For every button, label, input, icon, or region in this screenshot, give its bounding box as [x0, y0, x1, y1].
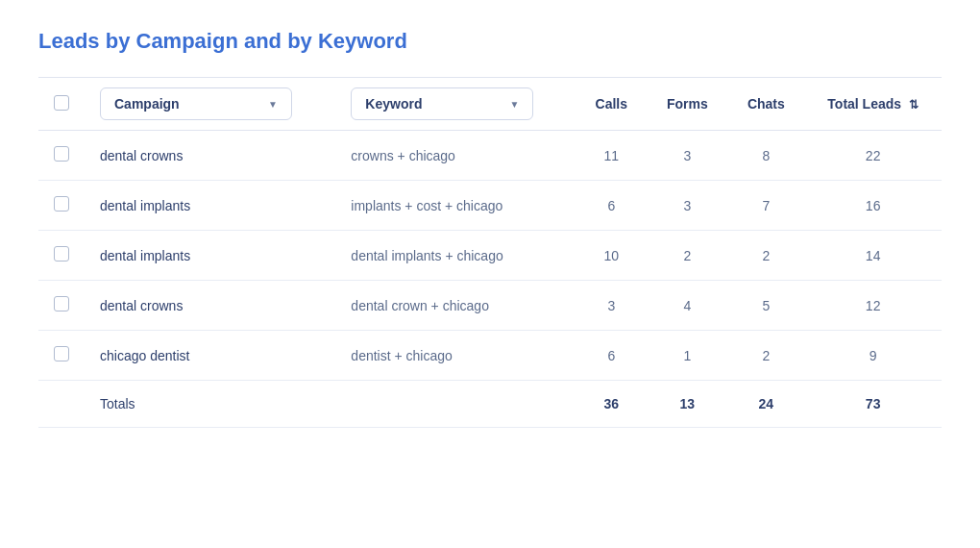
campaign-name: dental implants: [100, 198, 190, 213]
chats-cell: 7: [727, 181, 804, 231]
totals-label-cell: Totals: [85, 381, 335, 428]
campaign-cell: dental crowns: [85, 281, 335, 331]
row-checkbox-cell: [38, 231, 85, 281]
forms-cell: 1: [647, 331, 727, 381]
row-checkbox[interactable]: [54, 296, 69, 311]
select-all-checkbox[interactable]: [54, 95, 69, 111]
campaign-chevron-icon: ▼: [268, 99, 278, 110]
forms-column-header: Forms: [647, 78, 727, 131]
keyword-dropdown-button[interactable]: Keyword ▼: [351, 87, 533, 120]
calls-column-header: Calls: [576, 78, 647, 131]
table-row: chicago dentist dentist + chicago 6 1 2 …: [38, 331, 942, 381]
forms-cell: 2: [647, 231, 727, 281]
keyword-dropdown-label: Keyword: [365, 96, 422, 112]
keyword-name: dental implants + chicago: [351, 248, 502, 263]
total-leads-column-header[interactable]: Total Leads ⇅: [804, 78, 942, 131]
calls-cell: 6: [576, 331, 647, 381]
campaign-name: dental implants: [100, 248, 190, 263]
keyword-name: implants + cost + chicago: [351, 198, 502, 213]
row-checkbox-cell: [38, 181, 85, 231]
leads-table: Campaign ▼ Keyword ▼ Calls Forms Chats T…: [38, 78, 942, 428]
chats-cell: 2: [727, 331, 804, 381]
campaign-dropdown-button[interactable]: Campaign ▼: [100, 87, 292, 120]
row-checkbox-cell: [38, 331, 85, 381]
totals-keyword-cell: [335, 381, 576, 428]
keyword-cell: crowns + chicago: [335, 131, 576, 181]
page-title: Leads by Campaign and by Keyword: [38, 29, 942, 54]
leads-report-container: Leads by Campaign and by Keyword Campaig…: [38, 29, 942, 428]
campaign-cell: dental implants: [85, 181, 335, 231]
table-row: dental crowns dental crown + chicago 3 4…: [38, 281, 942, 331]
keyword-name: dentist + chicago: [351, 348, 452, 363]
forms-cell: 4: [647, 281, 727, 331]
forms-cell: 3: [647, 131, 727, 181]
row-checkbox[interactable]: [54, 196, 69, 212]
keyword-cell: dental implants + chicago: [335, 231, 576, 281]
row-checkbox[interactable]: [54, 246, 69, 262]
total-leads-cell: 22: [804, 131, 942, 181]
campaign-name: dental crowns: [100, 298, 183, 313]
totals-forms: 13: [647, 381, 727, 428]
total-leads-cell: 14: [804, 231, 942, 281]
sort-icon: ⇅: [909, 98, 919, 112]
keyword-cell: implants + cost + chicago: [335, 181, 576, 231]
row-checkbox[interactable]: [54, 346, 69, 361]
keyword-name: crowns + chicago: [351, 148, 455, 163]
campaign-dropdown-label: Campaign: [114, 96, 180, 112]
calls-cell: 11: [576, 131, 647, 181]
chats-cell: 2: [727, 231, 804, 281]
totals-calls: 36: [576, 381, 647, 428]
totals-row: Totals 36 13 24 73: [38, 381, 942, 428]
header-select-all-cell: [38, 78, 85, 131]
keyword-header-cell: Keyword ▼: [335, 78, 576, 131]
calls-cell: 10: [576, 231, 647, 281]
table-row: dental implants implants + cost + chicag…: [38, 181, 942, 231]
campaign-cell: chicago dentist: [85, 331, 335, 381]
row-checkbox-cell: [38, 281, 85, 331]
totals-label: Totals: [100, 396, 135, 411]
chats-cell: 5: [727, 281, 804, 331]
totals-checkbox-cell: [38, 381, 85, 428]
keyword-cell: dental crown + chicago: [335, 281, 576, 331]
chats-column-header: Chats: [727, 78, 804, 131]
table-row: dental crowns crowns + chicago 11 3 8 22: [38, 131, 942, 181]
keyword-name: dental crown + chicago: [351, 298, 489, 313]
keyword-cell: dentist + chicago: [335, 331, 576, 381]
total-leads-cell: 12: [804, 281, 942, 331]
table-row: dental implants dental implants + chicag…: [38, 231, 942, 281]
campaign-name: dental crowns: [100, 148, 183, 163]
totals-total-leads: 73: [804, 381, 942, 428]
chats-cell: 8: [727, 131, 804, 181]
total-leads-cell: 9: [804, 331, 942, 381]
campaign-name: chicago dentist: [100, 348, 189, 363]
row-checkbox-cell: [38, 131, 85, 181]
campaign-cell: dental crowns: [85, 131, 335, 181]
campaign-cell: dental implants: [85, 231, 335, 281]
calls-cell: 3: [576, 281, 647, 331]
campaign-header-cell: Campaign ▼: [85, 78, 335, 131]
calls-cell: 6: [576, 181, 647, 231]
row-checkbox[interactable]: [54, 146, 69, 162]
keyword-chevron-icon: ▼: [509, 99, 519, 110]
totals-chats: 24: [727, 381, 804, 428]
forms-cell: 3: [647, 181, 727, 231]
total-leads-cell: 16: [804, 181, 942, 231]
